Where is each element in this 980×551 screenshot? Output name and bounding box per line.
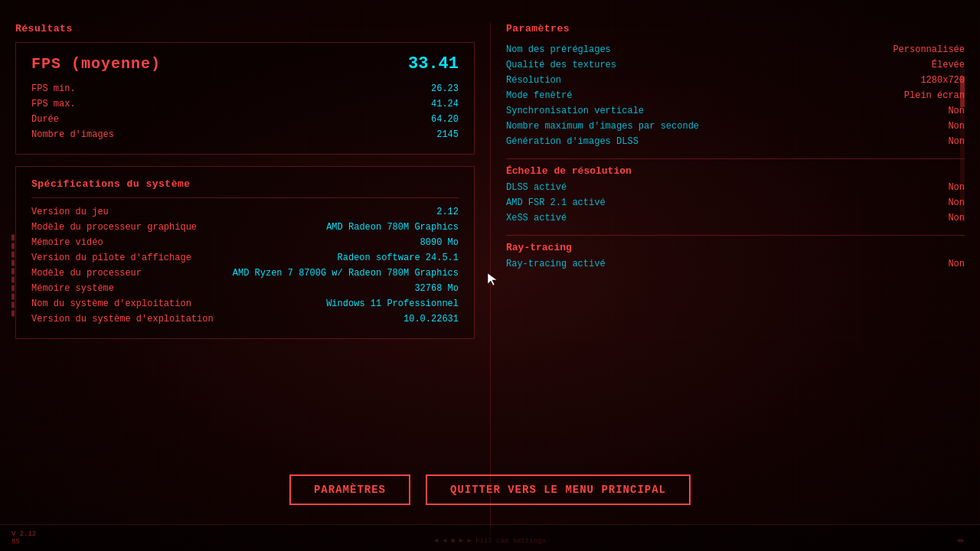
spec-value: 32768 Mo	[414, 283, 459, 294]
scrollbar-thumb	[960, 77, 965, 107]
param-row: Résolution1280x720	[506, 73, 965, 88]
scale-title: Échelle de résolution	[506, 158, 965, 177]
spec-value: 10.0.22631	[403, 314, 459, 324]
spec-value: Radeon software 24.5.1	[338, 253, 459, 263]
scale-label: AMD FSR 2.1 activé	[506, 197, 606, 208]
results-title: Résultats	[15, 23, 475, 34]
spec-label: Nom du système d'exploitation	[31, 298, 191, 309]
side-decoration	[11, 235, 15, 317]
build-label: 85	[11, 538, 20, 546]
spec-row: Nom du système d'exploitationWindows 11 …	[31, 296, 459, 311]
stat-label: FPS max.	[31, 99, 76, 109]
version-label: V 2.12	[11, 530, 36, 538]
params-button[interactable]: Paramètres	[289, 474, 410, 505]
divider	[31, 197, 459, 198]
spec-row: Version du pilote d'affichageRadeon soft…	[31, 250, 459, 266]
fps-rows: FPS min.26.23FPS max.41.24Durée64.20Nomb…	[31, 81, 459, 142]
param-value: Personnalisée	[893, 44, 965, 55]
ray-label: Ray-tracing activé	[506, 259, 606, 269]
stat-value: 64.20	[431, 114, 459, 125]
fps-section: FPS (moyenne) 33.41 FPS min.26.23FPS max…	[15, 42, 475, 155]
spec-label: Mémoire système	[31, 283, 114, 294]
stat-value: 41.24	[431, 99, 459, 109]
stat-value: 2145	[436, 129, 459, 140]
spec-row: Modèle du processeurAMD Ryzen 7 8700G w/…	[31, 266, 459, 281]
stat-label: Durée	[31, 114, 59, 125]
param-label: Qualité des textures	[506, 60, 616, 70]
fps-stat-row: FPS min.26.23	[31, 81, 459, 96]
scale-row: AMD FSR 2.1 activéNon	[506, 195, 965, 210]
fps-stat-row: Durée64.20	[31, 112, 459, 127]
stat-label: FPS min.	[31, 83, 76, 94]
stat-label: Nombre d'images	[31, 129, 114, 140]
param-value: Plein écran	[904, 90, 965, 101]
scale-rows: DLSS activéNonAMD FSR 2.1 activéNonXeSS …	[506, 180, 965, 226]
spec-value: AMD Ryzen 7 8700G w/ Radeon 780M Graphic…	[233, 268, 459, 279]
specs-title: Spécifications du système	[31, 178, 459, 190]
param-label: Génération d'images DLSS	[506, 136, 639, 147]
param-value: 980x551	[920, 75, 965, 86]
bottom-bar: V 2.12 85	[0, 524, 980, 551]
spec-value: Windows 11 Professionnel	[326, 298, 459, 309]
fps-stat-row: FPS max.41.24	[31, 96, 459, 112]
ray-rows: Ray-tracing activéNon	[506, 256, 965, 272]
ray-title: Ray-tracing	[506, 235, 965, 253]
fps-stat-row: Nombre d'images2145	[31, 127, 459, 142]
left-panel: Résultats FPS (moyenne) 33.41 FPS min.26…	[15, 23, 490, 536]
param-row: Nom des préréglagesPersonnalisée	[506, 42, 965, 57]
param-label: Résolution	[506, 75, 561, 86]
main-container: Résultats FPS (moyenne) 33.41 FPS min.26…	[0, 0, 980, 551]
scale-label: DLSS activé	[506, 182, 567, 193]
spec-row: Version du système d'exploitation10.0.22…	[31, 311, 459, 327]
spec-row: Modèle du processeur graphiqueAMD Radeon…	[31, 220, 459, 235]
param-row: Génération d'images DLSSNon	[506, 134, 965, 149]
specs-section: Spécifications du système Version du jeu…	[15, 166, 475, 339]
spec-value: 2.12	[436, 207, 459, 217]
spec-row: Version du jeu2.12	[31, 204, 459, 220]
bottom-buttons: Paramètres Quitter vers le menu principa…	[0, 474, 980, 505]
fps-title: FPS (moyenne)	[31, 55, 161, 73]
param-row: Nombre maximum d'images par secondeNon	[506, 119, 965, 134]
param-row: Synchronisation verticaleNon	[506, 103, 965, 119]
spec-row: Mémoire vidéo8090 Mo	[31, 235, 459, 250]
spec-label: Modèle du processeur	[31, 268, 142, 279]
spec-row: Mémoire système32768 Mo	[31, 281, 459, 296]
quit-button[interactable]: Quitter vers le menu principal	[426, 474, 691, 505]
params-rows: Nom des préréglagesPersonnaliséeQualité …	[506, 42, 965, 149]
scale-row: DLSS activéNon	[506, 180, 965, 195]
param-row: Qualité des texturesÉlevée	[506, 57, 965, 73]
param-row: Mode fenêtréPlein écran	[506, 88, 965, 103]
fps-main-row: FPS (moyenne) 33.41	[31, 54, 459, 75]
version-text: V 2.12 85	[11, 530, 36, 546]
scale-row: XeSS activéNon	[506, 210, 965, 226]
scale-label: XeSS activé	[506, 213, 567, 223]
spec-label: Version du jeu	[31, 207, 109, 217]
params-title: Paramètres	[506, 23, 965, 34]
stat-value: 26.23	[431, 83, 459, 94]
right-panel: Paramètres Nom des préréglagesPersonnali…	[490, 23, 965, 536]
param-label: Mode fenêtré	[506, 90, 572, 101]
spec-label: Version du pilote d'affichage	[31, 253, 191, 263]
spec-label: Modèle du processeur graphique	[31, 222, 197, 233]
param-label: Nom des préréglages	[506, 44, 611, 55]
spec-value: 8090 Mo	[420, 237, 459, 248]
specs-rows: Version du jeu2.12Modèle du processeur g…	[31, 204, 459, 327]
param-label: Synchronisation verticale	[506, 106, 644, 116]
fps-main-value: 33.41	[408, 54, 459, 73]
spec-label: Mémoire vidéo	[31, 237, 103, 248]
param-label: Nombre maximum d'images par seconde	[506, 121, 699, 132]
ray-row: Ray-tracing activéNon	[506, 256, 965, 272]
scrollbar[interactable]	[960, 69, 965, 222]
spec-label: Version du système d'exploitation	[31, 314, 214, 324]
ray-value: Non	[948, 259, 965, 269]
spec-value: AMD Radeon 780M Graphics	[326, 222, 459, 233]
